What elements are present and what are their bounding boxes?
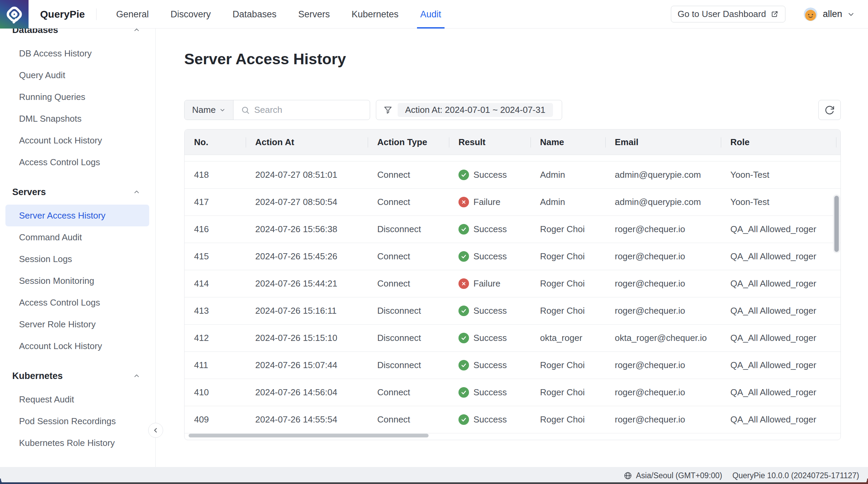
sidebar-section-databases[interactable]: Databases bbox=[0, 29, 155, 41]
filter-funnel-icon bbox=[383, 105, 393, 115]
sidebar-item-server-access-control-logs[interactable]: Access Control Logs bbox=[0, 292, 155, 313]
cell-action-at: 2024-07-27 08:50:54 bbox=[246, 197, 368, 207]
cell-action-type: Disconnect bbox=[368, 306, 449, 316]
sidebar-item-kubernetes-role-history[interactable]: Kubernetes Role History bbox=[0, 432, 155, 454]
window-corner-left bbox=[0, 479, 9, 484]
success-icon bbox=[458, 333, 469, 343]
chevron-up-icon[interactable] bbox=[133, 29, 140, 34]
sidebar-item-session-monitoring[interactable]: Session Monitoring bbox=[0, 270, 155, 292]
sidebar-item-account-lock-history[interactable]: Account Lock History bbox=[0, 129, 155, 151]
result-label: Failure bbox=[473, 197, 500, 207]
horizontal-scrollbar[interactable] bbox=[189, 434, 429, 437]
cell-role: Yoon-Test bbox=[721, 170, 840, 180]
refresh-button[interactable] bbox=[818, 100, 841, 120]
go-to-user-dashboard-button[interactable]: Go to User Dashboard bbox=[671, 6, 785, 22]
sidebar-item-request-audit[interactable]: Request Audit bbox=[0, 388, 155, 410]
sidebar-item-access-control-logs[interactable]: Access Control Logs bbox=[0, 151, 155, 173]
user-avatar[interactable] bbox=[804, 7, 817, 21]
sidebar-section-kubernetes[interactable]: Kubernetes bbox=[0, 365, 155, 387]
table-header: No. Action At Action Type Result Name Em… bbox=[185, 129, 840, 155]
cell-no: 415 bbox=[185, 251, 246, 262]
result-label: Failure bbox=[473, 278, 500, 289]
cell-role: QA_All Allowed_roger bbox=[721, 360, 840, 370]
cell-email: okta_roger@chequer.io bbox=[605, 333, 721, 343]
nav-item-audit[interactable]: Audit bbox=[420, 0, 441, 29]
cell-no: 417 bbox=[185, 197, 246, 207]
version-label: QueryPie 10.0.0 (20240725-171127) bbox=[732, 471, 859, 480]
table-row[interactable]: 414 2024-07-26 15:44:21 Connect Failure … bbox=[185, 270, 840, 297]
cell-name: okta_roger bbox=[531, 333, 605, 343]
user-name[interactable]: allen bbox=[823, 9, 842, 19]
cell-action-type: Disconnect bbox=[368, 224, 449, 235]
success-icon bbox=[458, 360, 469, 370]
sidebar-item-server-access-history[interactable]: Server Access History bbox=[5, 205, 149, 226]
window-corner-right bbox=[859, 479, 868, 484]
cell-name: Roger Choi bbox=[531, 251, 605, 262]
sidebar-collapse-button[interactable] bbox=[148, 423, 163, 438]
cell-no: 409 bbox=[185, 414, 246, 425]
cell-result: Success bbox=[449, 414, 531, 425]
nav-item-general[interactable]: General bbox=[116, 0, 149, 29]
table-row[interactable]: 410 2024-07-26 14:56:04 Connect Success … bbox=[185, 379, 840, 406]
success-icon bbox=[458, 306, 469, 316]
cell-email: roger@chequer.io bbox=[605, 278, 721, 289]
table-row[interactable]: 416 2024-07-26 15:56:38 Disconnect Succe… bbox=[185, 216, 840, 243]
nav-item-kubernetes[interactable]: Kubernetes bbox=[351, 0, 398, 29]
nav-item-databases[interactable]: Databases bbox=[232, 0, 276, 29]
search-field-selector[interactable]: Name bbox=[185, 100, 233, 120]
cell-name: Roger Choi bbox=[531, 360, 605, 370]
main-content: Server Access History Name Action At: 20… bbox=[156, 29, 868, 467]
server-access-history-table: No. Action At Action Type Result Name Em… bbox=[184, 129, 841, 440]
cell-role: QA_All Allowed_roger bbox=[721, 224, 840, 235]
column-header-action-type: Action Type bbox=[368, 129, 449, 155]
cell-action-type: Connect bbox=[368, 170, 449, 180]
brand-name: QueryPie bbox=[40, 8, 85, 20]
section-title-label: Kubernetes bbox=[12, 371, 63, 381]
vertical-scrollbar[interactable] bbox=[834, 196, 839, 252]
sidebar-item-dml-snapshots[interactable]: DML Snapshots bbox=[0, 108, 155, 129]
chevron-up-icon[interactable] bbox=[133, 188, 140, 196]
cell-email: roger@chequer.io bbox=[605, 224, 721, 235]
sidebar-item-server-account-lock-history[interactable]: Account Lock History bbox=[0, 335, 155, 357]
chevron-down-icon[interactable] bbox=[847, 10, 855, 18]
nav-item-discovery[interactable]: Discovery bbox=[171, 0, 211, 29]
table-row[interactable]: 418 2024-07-27 08:51:01 Connect Success … bbox=[185, 161, 840, 189]
table-row[interactable]: 415 2024-07-26 15:45:26 Connect Success … bbox=[185, 243, 840, 270]
querypie-logo-icon[interactable] bbox=[0, 0, 29, 29]
failure-icon bbox=[458, 197, 469, 207]
search-input[interactable] bbox=[254, 105, 356, 115]
cell-action-type: Connect bbox=[368, 197, 449, 207]
cell-result: Success bbox=[449, 360, 531, 370]
cell-email: roger@chequer.io bbox=[605, 360, 721, 370]
cell-action-at: 2024-07-26 15:07:44 bbox=[246, 360, 368, 370]
sidebar-item-query-audit[interactable]: Query Audit bbox=[0, 64, 155, 86]
success-icon bbox=[458, 170, 469, 180]
filter-toolbar: Name Action At: 2024-07-01 ~ 2024-07-31 bbox=[184, 100, 841, 120]
sidebar-section-servers[interactable]: Servers bbox=[0, 181, 155, 203]
date-filter[interactable]: Action At: 2024-07-01 ~ 2024-07-31 bbox=[376, 100, 562, 120]
nav-item-servers[interactable]: Servers bbox=[298, 0, 330, 29]
navbar-right: Go to User Dashboard allen bbox=[671, 6, 855, 22]
date-filter-chip[interactable]: Action At: 2024-07-01 ~ 2024-07-31 bbox=[398, 103, 553, 117]
cell-role: QA_All Allowed_roger bbox=[721, 333, 840, 343]
cell-result: Failure bbox=[449, 197, 531, 207]
sidebar-item-db-access-history[interactable]: DB Access History bbox=[0, 42, 155, 64]
sidebar-item-server-role-history[interactable]: Server Role History bbox=[0, 313, 155, 335]
refresh-icon bbox=[824, 105, 835, 115]
column-header-result: Result bbox=[449, 129, 531, 155]
sidebar-item-session-logs[interactable]: Session Logs bbox=[0, 248, 155, 270]
cell-email: admin@querypie.com bbox=[605, 197, 721, 207]
table-row[interactable]: 413 2024-07-26 15:16:11 Disconnect Succe… bbox=[185, 297, 840, 325]
sidebar-item-running-queries[interactable]: Running Queries bbox=[0, 86, 155, 108]
table-row[interactable]: 417 2024-07-27 08:50:54 Connect Failure … bbox=[185, 189, 840, 216]
sidebar-item-pod-session-recordings[interactable]: Pod Session Recordings bbox=[0, 410, 155, 432]
table-row[interactable]: 412 2024-07-26 15:15:10 Disconnect Succe… bbox=[185, 325, 840, 352]
table-row[interactable]: 411 2024-07-26 15:07:44 Disconnect Succe… bbox=[185, 352, 840, 379]
result-label: Success bbox=[473, 306, 507, 316]
success-icon bbox=[458, 224, 469, 235]
cell-no: 410 bbox=[185, 387, 246, 398]
sidebar-item-command-audit[interactable]: Command Audit bbox=[0, 226, 155, 248]
chevron-up-icon[interactable] bbox=[133, 372, 140, 380]
cell-no: 414 bbox=[185, 278, 246, 289]
table-row[interactable]: 409 2024-07-26 14:55:54 Connect Success … bbox=[185, 406, 840, 433]
